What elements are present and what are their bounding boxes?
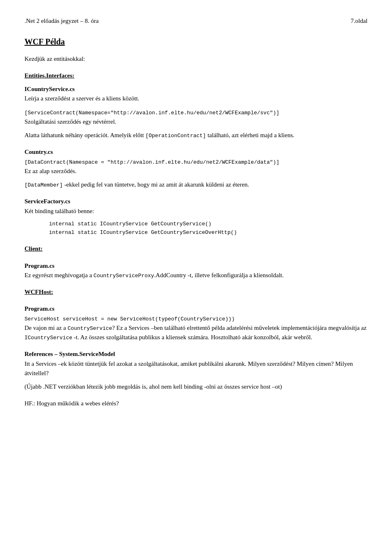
- client-title: Client:: [24, 244, 368, 254]
- page-header: .Net 2 előadás jegyzet – 8. óra 7.oldal: [24, 16, 368, 26]
- intro-text: Kezdjük az entitásokkal:: [24, 54, 368, 64]
- servicefactory-section: ServiceFactory.cs Két binding található …: [24, 197, 368, 237]
- operation-contract-desc: Alatta láthatunk néhány operációt. Amely…: [24, 131, 368, 140]
- references-title: References – System.ServiceModel Itt a S…: [24, 349, 368, 378]
- main-title: WCF Példa: [24, 36, 368, 48]
- header-left: .Net 2 előadás jegyzet – 8. óra: [24, 16, 99, 26]
- country-section: Country.cs [DataContract(Namespace = "ht…: [24, 147, 368, 189]
- program-wcfhost-section: Program.cs ServiceHost serviceHost = new…: [24, 304, 368, 342]
- references-note: (Újabb .NET verziókban létezik jobb mego…: [24, 382, 368, 392]
- code-line-2: internal static ICountryService GetCount…: [49, 229, 368, 237]
- servicefactory-file: ServiceFactory.cs Két binding található …: [24, 197, 368, 216]
- code-line-1: internal static ICountryService GetCount…: [49, 220, 368, 229]
- service-contract-code: [ServiceContract(Namespace="http://avalo…: [24, 108, 368, 127]
- servicefactory-code-block: internal static ICountryService GetCount…: [49, 220, 368, 237]
- interfaces-section: Entities.Interfaces: ICountryService.cs …: [24, 71, 368, 140]
- main-title-section: WCF Példa Kezdjük az entitásokkal:: [24, 36, 368, 64]
- interfaces-title: Entities.Interfaces:: [24, 71, 368, 80]
- header-right: 7.oldal: [351, 16, 368, 26]
- wcfhost-title: WCFHost:: [24, 287, 368, 297]
- program-client-section: Program.cs Ez egyrészt meghívogatja a Co…: [24, 261, 368, 280]
- program-wcfhost-file: Program.cs ServiceHost serviceHost = new…: [24, 304, 368, 342]
- references-section: References – System.ServiceModel Itt a S…: [24, 349, 368, 392]
- program-client-file: Program.cs Ez egyrészt meghívogatja a Co…: [24, 261, 368, 280]
- client-section: Client:: [24, 244, 368, 254]
- hf-text: HF.: Hogyan működik a webes elérés?: [24, 399, 368, 408]
- file-icountryservice: ICountryService.cs Leírja a szerződést a…: [24, 85, 368, 104]
- country-file: Country.cs [DataContract(Namespace = "ht…: [24, 147, 368, 176]
- datamember-desc: [DataMember] -ekkel pedig fel van tüntet…: [24, 180, 368, 189]
- hf-section: HF.: Hogyan működik a webes elérés?: [24, 399, 368, 408]
- wcfhost-section: WCFHost:: [24, 287, 368, 297]
